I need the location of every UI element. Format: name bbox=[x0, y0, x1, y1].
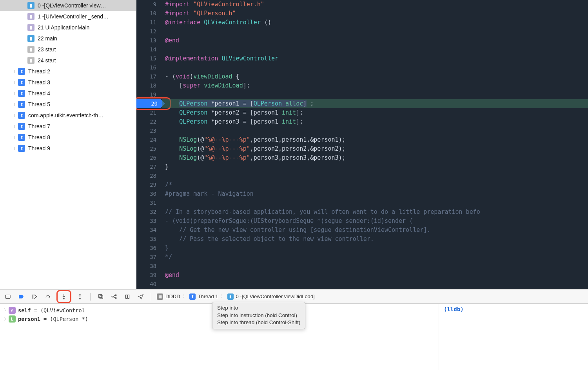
line-number[interactable]: 36 bbox=[136, 244, 162, 253]
line-number[interactable]: 15 bbox=[136, 54, 162, 63]
line-number[interactable]: 10 bbox=[136, 9, 162, 18]
code-line[interactable]: // In a storyboard-based application, yo… bbox=[162, 208, 588, 217]
chevron-right-icon[interactable]: 〉 bbox=[13, 146, 18, 151]
chevron-right-icon[interactable]: 〉 bbox=[4, 308, 9, 313]
thread-item[interactable]: 〉⬍Thread 3 bbox=[0, 77, 136, 88]
line-gutter[interactable]: 91011121314151617181920 2122232425262728… bbox=[136, 0, 162, 289]
code-line[interactable]: NSLog(@"%@--%p---%p",person1,person1,&pe… bbox=[162, 135, 588, 144]
code-line[interactable]: // Pass the selected object to the new v… bbox=[162, 235, 588, 244]
line-number[interactable]: 34 bbox=[136, 226, 162, 235]
line-number[interactable]: 40 bbox=[136, 280, 162, 289]
line-number[interactable]: 22 bbox=[136, 117, 162, 126]
breakpoint-toggle-button[interactable] bbox=[16, 292, 26, 301]
line-number[interactable]: 38 bbox=[136, 262, 162, 271]
code-line[interactable]: QLPerson *person2 = [person1 init]; bbox=[162, 108, 588, 117]
code-area[interactable]: #import "QLViewController.h"#import "QLP… bbox=[162, 0, 588, 289]
chevron-right-icon[interactable]: 〉 bbox=[13, 113, 18, 118]
line-number[interactable]: 12 bbox=[136, 27, 162, 36]
code-line[interactable]: */ bbox=[162, 253, 588, 262]
line-number[interactable]: 19 bbox=[136, 90, 162, 99]
code-line[interactable]: @implementation QLViewController bbox=[162, 54, 588, 63]
chevron-right-icon[interactable]: 〉 bbox=[13, 91, 18, 97]
stack-frame[interactable]: ▮24 start bbox=[0, 55, 136, 66]
chevron-right-icon[interactable]: 〉 bbox=[13, 80, 18, 86]
thread-item[interactable]: 〉⬍Thread 8 bbox=[0, 132, 136, 143]
line-number[interactable]: 9 bbox=[136, 0, 162, 9]
code-line[interactable] bbox=[162, 199, 588, 208]
thread-item[interactable]: 〉⬍Thread 7 bbox=[0, 121, 136, 132]
code-line[interactable] bbox=[162, 126, 588, 135]
line-number[interactable]: 23 bbox=[136, 126, 162, 135]
chevron-right-icon[interactable]: 〉 bbox=[13, 124, 18, 129]
thread-item[interactable]: 〉⬍Thread 4 bbox=[0, 88, 136, 99]
code-line[interactable]: - (void)prepareForSegue:(UIStoryboardSeg… bbox=[162, 217, 588, 226]
line-number[interactable]: 16 bbox=[136, 63, 162, 72]
code-line[interactable]: #pragma mark - Navigation bbox=[162, 190, 588, 199]
override-environment-button[interactable] bbox=[123, 292, 132, 301]
step-into-button[interactable] bbox=[59, 292, 69, 301]
stack-frame[interactable]: ▮22 main bbox=[0, 33, 136, 44]
code-line[interactable]: } bbox=[162, 162, 588, 171]
line-number[interactable]: 29 bbox=[136, 180, 162, 190]
stack-frame[interactable]: ▮1 -[UIViewController _send… bbox=[0, 11, 136, 22]
crumb-project[interactable]: DDDD bbox=[165, 293, 180, 299]
code-line[interactable]: QLPerson *person1 = [QLPerson alloc] ; bbox=[162, 99, 588, 108]
code-line[interactable] bbox=[162, 280, 588, 289]
console-view[interactable]: (lldb) bbox=[439, 304, 588, 370]
thread-item[interactable]: 〉⬍Thread 9 bbox=[0, 143, 136, 154]
code-line[interactable]: QLPerson *person3 = [person1 init]; bbox=[162, 117, 588, 126]
line-number[interactable]: 17 bbox=[136, 72, 162, 81]
code-line[interactable] bbox=[162, 45, 588, 54]
code-line[interactable] bbox=[162, 171, 588, 180]
code-line[interactable] bbox=[162, 63, 588, 72]
chevron-right-icon[interactable]: 〉 bbox=[13, 135, 18, 140]
line-number[interactable]: 14 bbox=[136, 45, 162, 54]
code-line[interactable]: - (void)viewDidLoad { bbox=[162, 72, 588, 81]
line-number[interactable]: 24 bbox=[136, 135, 162, 144]
debug-memory-graph-button[interactable] bbox=[109, 292, 119, 301]
code-line[interactable] bbox=[162, 262, 588, 271]
debug-breadcrumb[interactable]: ▦ DDDD 〉 ⬍ Thread 1 〉 ▮ 0 -[QLViewContro… bbox=[157, 293, 315, 300]
code-line[interactable]: [super viewDidLoad]; bbox=[162, 81, 588, 90]
simulate-location-button[interactable] bbox=[136, 292, 145, 301]
stack-frame[interactable]: ▮23 start bbox=[0, 44, 136, 55]
line-number[interactable]: 39 bbox=[136, 271, 162, 280]
line-number[interactable]: 35 bbox=[136, 235, 162, 244]
code-line[interactable]: } bbox=[162, 244, 588, 253]
code-line[interactable] bbox=[162, 90, 588, 99]
line-number[interactable]: 26 bbox=[136, 153, 162, 162]
stack-frame[interactable]: ▮0 -[QLViewController view… bbox=[0, 0, 136, 11]
line-number[interactable]: 27 bbox=[136, 162, 162, 171]
code-line[interactable]: @end bbox=[162, 36, 588, 45]
line-number[interactable]: 30 bbox=[136, 190, 162, 199]
crumb-frame[interactable]: 0 -[QLViewController viewDidLoad] bbox=[236, 293, 315, 299]
crumb-thread[interactable]: Thread 1 bbox=[198, 293, 218, 299]
continue-button[interactable] bbox=[30, 292, 39, 301]
line-number[interactable]: 33 bbox=[136, 217, 162, 226]
line-number[interactable]: 37 bbox=[136, 253, 162, 262]
chevron-right-icon[interactable]: 〉 bbox=[13, 102, 18, 108]
line-number[interactable]: 25 bbox=[136, 144, 162, 153]
line-number[interactable]: 32 bbox=[136, 208, 162, 217]
line-number[interactable]: 13 bbox=[136, 36, 162, 45]
line-number[interactable]: 18 bbox=[136, 81, 162, 90]
thread-item[interactable]: 〉⬍Thread 2 bbox=[0, 66, 136, 77]
stack-frame[interactable]: ▮21 UIApplicationMain bbox=[0, 22, 136, 33]
thread-item[interactable]: 〉⬍Thread 5 bbox=[0, 99, 136, 110]
line-number[interactable]: 31 bbox=[136, 199, 162, 208]
thread-item[interactable]: 〉⬍com.apple.uikit.eventfetch-th… bbox=[0, 110, 136, 121]
step-out-button[interactable] bbox=[75, 292, 85, 301]
code-line[interactable]: NSLog(@"%@--%p---%p",person3,person3,&pe… bbox=[162, 153, 588, 162]
code-line[interactable]: #import "QLPerson.h" bbox=[162, 9, 588, 18]
line-number[interactable]: 11 bbox=[136, 18, 162, 27]
code-line[interactable]: NSLog(@"%@--%p---%p",person2,person2,&pe… bbox=[162, 144, 588, 153]
code-line[interactable]: @end bbox=[162, 271, 588, 280]
toggle-debug-area-button[interactable] bbox=[3, 292, 13, 301]
chevron-right-icon[interactable]: 〉 bbox=[4, 316, 9, 322]
step-over-button[interactable] bbox=[43, 292, 53, 301]
line-number[interactable]: 21 bbox=[136, 108, 162, 117]
code-line[interactable] bbox=[162, 27, 588, 36]
code-line[interactable]: #import "QLViewController.h" bbox=[162, 0, 588, 9]
chevron-right-icon[interactable]: 〉 bbox=[13, 69, 18, 75]
breakpoint-marker[interactable]: 20 bbox=[136, 99, 161, 108]
